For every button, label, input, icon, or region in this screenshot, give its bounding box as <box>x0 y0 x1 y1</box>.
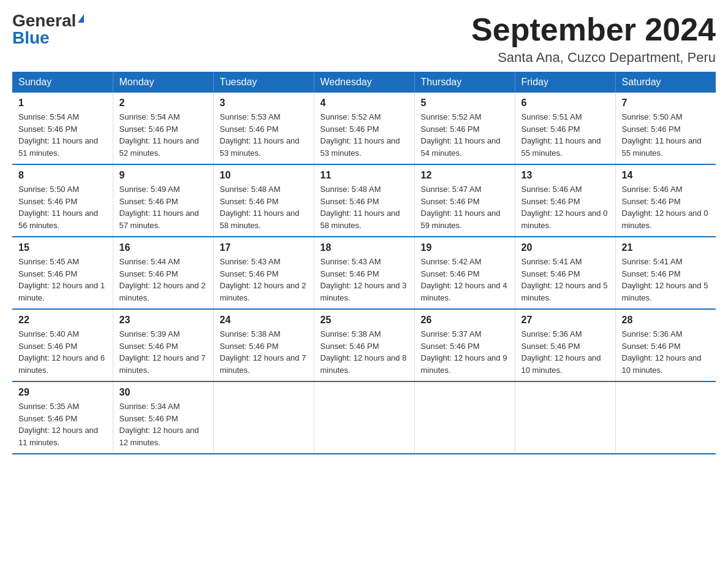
day-info: Sunrise: 5:38 AMSunset: 5:46 PMDaylight:… <box>220 329 306 375</box>
day-number: 6 <box>521 98 609 109</box>
day-info: Sunrise: 5:53 AMSunset: 5:46 PMDaylight:… <box>220 112 300 158</box>
calendar-day-cell: 9 Sunrise: 5:49 AMSunset: 5:46 PMDayligh… <box>113 164 213 237</box>
calendar-header-sunday: Sunday <box>12 72 113 93</box>
calendar-day-cell: 7 Sunrise: 5:50 AMSunset: 5:46 PMDayligh… <box>615 93 716 164</box>
calendar-header-friday: Friday <box>515 72 615 93</box>
calendar-day-cell: 16 Sunrise: 5:44 AMSunset: 5:46 PMDaylig… <box>113 237 213 309</box>
calendar-day-cell: 6 Sunrise: 5:51 AMSunset: 5:46 PMDayligh… <box>515 93 615 164</box>
day-info: Sunrise: 5:50 AMSunset: 5:46 PMDaylight:… <box>622 112 702 158</box>
day-info: Sunrise: 5:54 AMSunset: 5:46 PMDaylight:… <box>18 112 98 158</box>
calendar-day-cell: 17 Sunrise: 5:43 AMSunset: 5:46 PMDaylig… <box>213 237 314 309</box>
day-number: 29 <box>18 387 107 398</box>
calendar-day-cell <box>515 381 615 454</box>
calendar-day-cell: 30 Sunrise: 5:34 AMSunset: 5:46 PMDaylig… <box>113 381 213 454</box>
calendar-day-cell: 15 Sunrise: 5:45 AMSunset: 5:46 PMDaylig… <box>12 237 113 309</box>
day-info: Sunrise: 5:52 AMSunset: 5:46 PMDaylight:… <box>320 112 400 158</box>
calendar-day-cell: 4 Sunrise: 5:52 AMSunset: 5:46 PMDayligh… <box>314 93 414 164</box>
day-number: 19 <box>421 242 509 253</box>
day-number: 10 <box>220 170 308 181</box>
day-number: 23 <box>119 315 207 326</box>
location-subtitle: Santa Ana, Cuzco Department, Peru <box>471 50 716 66</box>
calendar-day-cell: 14 Sunrise: 5:46 AMSunset: 5:46 PMDaylig… <box>615 164 716 237</box>
day-info: Sunrise: 5:44 AMSunset: 5:46 PMDaylight:… <box>119 257 206 302</box>
calendar-week-row: 15 Sunrise: 5:45 AMSunset: 5:46 PMDaylig… <box>12 237 716 309</box>
calendar-day-cell: 21 Sunrise: 5:41 AMSunset: 5:46 PMDaylig… <box>615 237 716 309</box>
calendar-header-wednesday: Wednesday <box>314 72 414 93</box>
calendar-day-cell: 23 Sunrise: 5:39 AMSunset: 5:46 PMDaylig… <box>113 309 213 381</box>
day-info: Sunrise: 5:43 AMSunset: 5:46 PMDaylight:… <box>320 257 407 302</box>
calendar-day-cell: 1 Sunrise: 5:54 AMSunset: 5:46 PMDayligh… <box>12 93 113 164</box>
calendar-week-row: 22 Sunrise: 5:40 AMSunset: 5:46 PMDaylig… <box>12 309 716 381</box>
day-number: 22 <box>18 315 107 326</box>
day-info: Sunrise: 5:41 AMSunset: 5:46 PMDaylight:… <box>622 257 708 302</box>
day-number: 14 <box>622 170 710 181</box>
logo: General Blue <box>12 12 84 47</box>
day-info: Sunrise: 5:46 AMSunset: 5:46 PMDaylight:… <box>521 185 608 230</box>
day-number: 15 <box>18 242 107 253</box>
calendar-week-row: 1 Sunrise: 5:54 AMSunset: 5:46 PMDayligh… <box>12 93 716 164</box>
calendar-day-cell: 29 Sunrise: 5:35 AMSunset: 5:46 PMDaylig… <box>12 381 113 454</box>
day-number: 18 <box>320 242 408 253</box>
logo-triangle-icon <box>78 14 84 23</box>
calendar-header-saturday: Saturday <box>615 72 716 93</box>
calendar-day-cell <box>314 381 414 454</box>
day-info: Sunrise: 5:48 AMSunset: 5:46 PMDaylight:… <box>320 185 400 230</box>
day-number: 11 <box>320 170 408 181</box>
day-info: Sunrise: 5:41 AMSunset: 5:46 PMDaylight:… <box>521 257 608 302</box>
day-info: Sunrise: 5:35 AMSunset: 5:46 PMDaylight:… <box>18 402 98 447</box>
day-number: 9 <box>119 170 207 181</box>
day-number: 2 <box>119 98 207 109</box>
page-header: General Blue September 2024 Santa Ana, C… <box>12 12 716 66</box>
day-info: Sunrise: 5:45 AMSunset: 5:46 PMDaylight:… <box>18 257 105 302</box>
logo-blue-text: Blue <box>12 29 50 47</box>
day-info: Sunrise: 5:48 AMSunset: 5:46 PMDaylight:… <box>220 185 300 230</box>
calendar-day-cell <box>213 381 314 454</box>
calendar-header-row: SundayMondayTuesdayWednesdayThursdayFrid… <box>12 72 716 93</box>
calendar-day-cell: 22 Sunrise: 5:40 AMSunset: 5:46 PMDaylig… <box>12 309 113 381</box>
day-number: 1 <box>18 98 107 109</box>
calendar-day-cell <box>414 381 515 454</box>
day-number: 28 <box>622 315 710 326</box>
calendar-day-cell: 10 Sunrise: 5:48 AMSunset: 5:46 PMDaylig… <box>213 164 314 237</box>
day-number: 20 <box>521 242 609 253</box>
day-info: Sunrise: 5:36 AMSunset: 5:46 PMDaylight:… <box>622 329 702 375</box>
day-info: Sunrise: 5:37 AMSunset: 5:46 PMDaylight:… <box>421 329 507 375</box>
day-number: 8 <box>18 170 107 181</box>
calendar-day-cell: 26 Sunrise: 5:37 AMSunset: 5:46 PMDaylig… <box>414 309 515 381</box>
day-number: 4 <box>320 98 408 109</box>
day-info: Sunrise: 5:54 AMSunset: 5:46 PMDaylight:… <box>119 112 199 158</box>
calendar-day-cell: 12 Sunrise: 5:47 AMSunset: 5:46 PMDaylig… <box>414 164 515 237</box>
day-number: 5 <box>421 98 509 109</box>
calendar-day-cell: 28 Sunrise: 5:36 AMSunset: 5:46 PMDaylig… <box>615 309 716 381</box>
calendar-table: SundayMondayTuesdayWednesdayThursdayFrid… <box>12 72 716 454</box>
calendar-day-cell: 18 Sunrise: 5:43 AMSunset: 5:46 PMDaylig… <box>314 237 414 309</box>
day-info: Sunrise: 5:34 AMSunset: 5:46 PMDaylight:… <box>119 402 199 447</box>
day-number: 7 <box>622 98 710 109</box>
day-number: 25 <box>320 315 408 326</box>
title-section: September 2024 Santa Ana, Cuzco Departme… <box>471 12 716 66</box>
day-number: 16 <box>119 242 207 253</box>
day-number: 13 <box>521 170 609 181</box>
day-number: 27 <box>521 315 609 326</box>
day-info: Sunrise: 5:52 AMSunset: 5:46 PMDaylight:… <box>421 112 501 158</box>
calendar-day-cell: 5 Sunrise: 5:52 AMSunset: 5:46 PMDayligh… <box>414 93 515 164</box>
day-info: Sunrise: 5:50 AMSunset: 5:46 PMDaylight:… <box>18 185 98 230</box>
calendar-header-monday: Monday <box>113 72 213 93</box>
calendar-day-cell: 8 Sunrise: 5:50 AMSunset: 5:46 PMDayligh… <box>12 164 113 237</box>
day-info: Sunrise: 5:40 AMSunset: 5:46 PMDaylight:… <box>18 329 105 375</box>
calendar-day-cell: 20 Sunrise: 5:41 AMSunset: 5:46 PMDaylig… <box>515 237 615 309</box>
calendar-header-tuesday: Tuesday <box>213 72 314 93</box>
calendar-day-cell: 13 Sunrise: 5:46 AMSunset: 5:46 PMDaylig… <box>515 164 615 237</box>
day-number: 3 <box>220 98 308 109</box>
day-info: Sunrise: 5:36 AMSunset: 5:46 PMDaylight:… <box>521 329 601 375</box>
calendar-day-cell: 11 Sunrise: 5:48 AMSunset: 5:46 PMDaylig… <box>314 164 414 237</box>
calendar-day-cell: 24 Sunrise: 5:38 AMSunset: 5:46 PMDaylig… <box>213 309 314 381</box>
calendar-day-cell: 25 Sunrise: 5:38 AMSunset: 5:46 PMDaylig… <box>314 309 414 381</box>
day-info: Sunrise: 5:43 AMSunset: 5:46 PMDaylight:… <box>220 257 306 302</box>
day-info: Sunrise: 5:42 AMSunset: 5:46 PMDaylight:… <box>421 257 507 302</box>
day-number: 24 <box>220 315 308 326</box>
day-number: 26 <box>421 315 509 326</box>
day-number: 21 <box>622 242 710 253</box>
day-info: Sunrise: 5:51 AMSunset: 5:46 PMDaylight:… <box>521 112 601 158</box>
day-info: Sunrise: 5:39 AMSunset: 5:46 PMDaylight:… <box>119 329 206 375</box>
